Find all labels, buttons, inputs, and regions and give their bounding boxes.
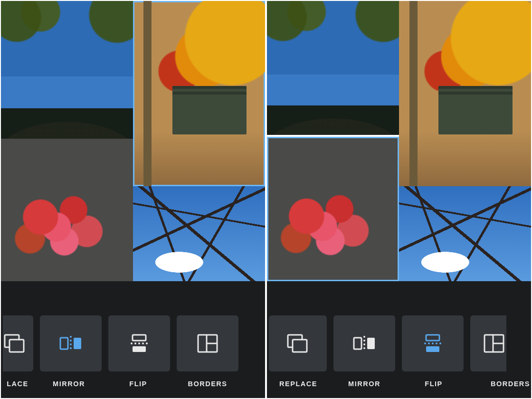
svg-point-25	[363, 347, 365, 349]
collage-slot-bottom-right[interactable]	[399, 186, 531, 281]
svg-rect-26	[426, 335, 439, 341]
tool-borders[interactable]	[177, 315, 238, 371]
resize-handle-left-icon[interactable]	[133, 75, 134, 113]
svg-point-32	[439, 342, 441, 344]
collage-slot-bottom-left[interactable]	[1, 139, 133, 281]
label-borders: BORDERS	[468, 380, 531, 394]
collage-slot-top-left[interactable]	[267, 1, 399, 135]
screen-left: LACE MIRROR FLIP BORDERS	[1, 1, 265, 398]
tool-flip[interactable]	[402, 315, 464, 371]
collage-slot-top-right[interactable]	[399, 1, 531, 186]
svg-rect-9	[133, 346, 146, 352]
svg-point-28	[424, 342, 426, 344]
svg-point-12	[138, 342, 140, 344]
tool-mirror[interactable]	[40, 315, 102, 371]
svg-point-4	[70, 336, 72, 338]
svg-point-14	[146, 342, 148, 344]
label-flip: FLIP	[399, 380, 468, 394]
svg-point-10	[131, 342, 133, 344]
svg-rect-21	[367, 338, 375, 349]
svg-point-7	[70, 347, 72, 349]
tool-mirror[interactable]	[333, 315, 395, 371]
mirror-icon	[351, 333, 378, 354]
svg-rect-3	[74, 338, 81, 349]
replace-icon	[286, 333, 310, 354]
label-mirror: MIRROR	[34, 380, 104, 394]
tool-tiles	[1, 315, 265, 371]
svg-rect-27	[426, 346, 439, 352]
flip-icon	[126, 333, 152, 354]
svg-rect-8	[133, 335, 146, 341]
collage-slot-top-left[interactable]	[1, 1, 133, 139]
edit-toolbar: REPLACE MIRROR FLIP BORDERS	[267, 281, 531, 398]
mirror-icon	[57, 333, 84, 354]
tool-replace[interactable]	[3, 315, 33, 371]
svg-point-31	[436, 342, 437, 344]
svg-point-29	[428, 342, 430, 344]
label-replace: LACE	[1, 380, 34, 394]
svg-rect-20	[354, 338, 361, 349]
edit-toolbar: LACE MIRROR FLIP BORDERS	[1, 281, 265, 398]
svg-point-23	[363, 340, 365, 342]
collage-canvas[interactable]	[267, 1, 531, 281]
label-mirror: MIRROR	[330, 380, 399, 394]
borders-icon	[196, 333, 219, 354]
tool-labels: REPLACE MIRROR FLIP BORDERS	[267, 380, 531, 394]
svg-point-5	[70, 340, 72, 342]
tool-borders[interactable]	[470, 315, 506, 371]
collage-slot-bottom-right[interactable]	[133, 186, 265, 281]
svg-point-22	[363, 336, 365, 338]
replace-icon	[3, 333, 27, 354]
borders-icon	[483, 333, 505, 354]
flip-icon	[419, 333, 446, 354]
svg-rect-1	[10, 340, 24, 352]
svg-rect-2	[60, 338, 68, 349]
label-replace: REPLACE	[267, 380, 330, 394]
svg-point-24	[363, 343, 365, 345]
comparison-stage: LACE MIRROR FLIP BORDERS	[0, 0, 532, 399]
svg-point-11	[134, 342, 136, 344]
resize-handle-top-icon[interactable]	[312, 137, 355, 138]
svg-rect-19	[293, 340, 307, 352]
svg-point-13	[142, 342, 144, 344]
tool-replace[interactable]	[269, 315, 327, 371]
svg-point-30	[432, 342, 434, 344]
tool-tiles	[267, 315, 531, 371]
tool-flip[interactable]	[108, 315, 170, 371]
screen-right: REPLACE MIRROR FLIP BORDERS	[267, 1, 531, 398]
tool-labels: LACE MIRROR FLIP BORDERS	[1, 380, 265, 394]
label-borders: BORDERS	[173, 380, 242, 394]
collage-slot-top-right[interactable]	[133, 1, 265, 186]
collage-slot-bottom-left[interactable]	[267, 137, 399, 281]
collage-canvas[interactable]	[1, 1, 265, 281]
svg-point-6	[70, 343, 72, 345]
label-flip: FLIP	[104, 380, 173, 394]
